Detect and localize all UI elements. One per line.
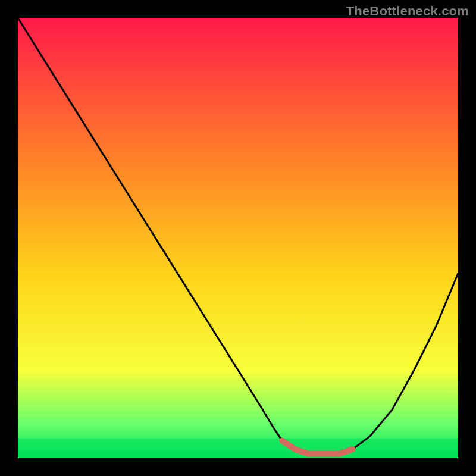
chart-svg: [18, 18, 458, 458]
plot-area: [18, 18, 458, 458]
gradient-background: [18, 18, 458, 458]
green-band: [18, 439, 458, 456]
chart-frame: TheBottleneck.com: [0, 0, 476, 476]
watermark-text: TheBottleneck.com: [346, 4, 469, 19]
